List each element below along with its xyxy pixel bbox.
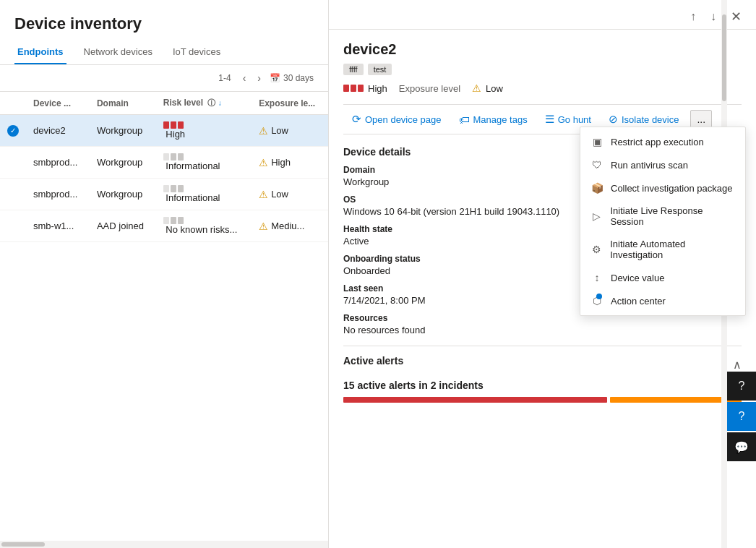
exposure-level-item: ⚠ Low [472, 82, 503, 94]
domain-cell: AAD joined [90, 210, 156, 242]
alert-bars [343, 397, 742, 403]
scrollbar-thumb [1, 542, 45, 547]
risk-indicator [163, 153, 244, 160]
risk-bar-1 [163, 185, 169, 192]
device-name-cell: smbprod... [26, 147, 90, 179]
action-center-dot [596, 294, 602, 299]
dropdown-item-device-value[interactable]: ↕ Device value [580, 266, 745, 289]
row-checkbox[interactable]: ✓ [0, 115, 26, 147]
warning-icon: ⚠ [259, 157, 268, 168]
active-alerts-label: Active alerts [343, 355, 403, 367]
tags-container: ffff test [343, 64, 742, 75]
risk-bar-2 [171, 153, 176, 160]
col-domain[interactable]: Domain [90, 92, 156, 115]
risk-level-indicator [343, 85, 364, 92]
risk-indicator [163, 121, 244, 129]
prev-page-button[interactable]: ‹ [240, 71, 249, 85]
tab-endpoints[interactable]: Endpoints [14, 40, 66, 64]
horizontal-scrollbar[interactable] [0, 541, 328, 548]
tab-iot-devices[interactable]: IoT devices [170, 40, 223, 64]
exposure-badge: ⚠ Low [259, 189, 321, 200]
exposure-cell: ⚠ High [252, 147, 328, 179]
help-button-2[interactable]: ? [727, 402, 756, 431]
table-row[interactable]: smbprod... Workgroup Informational ⚠ [0, 147, 328, 179]
panel-device-name: device2 [343, 41, 742, 58]
dropdown-item-action-center[interactable]: ⬡ Action center [580, 289, 745, 312]
device-name-cell: smbprod... [26, 179, 90, 210]
risk-cell: High [156, 115, 252, 147]
dropdown-menu: ▣ Restrict app execution 🛡 Run antivirus… [580, 127, 746, 316]
risk-bar-2 [351, 85, 356, 92]
collect-icon: 📦 [590, 182, 603, 194]
help-button-1[interactable]: ? [727, 372, 756, 401]
risk-indicator [163, 217, 244, 224]
auto-investigation-label: Initiate Automated Investigation [610, 239, 735, 260]
warning-icon: ⚠ [259, 221, 268, 232]
check-icon: ✓ [7, 125, 19, 137]
table-row[interactable]: ✓ device2 Workgroup High [0, 115, 328, 147]
tag-test[interactable]: test [368, 64, 392, 75]
row-checkbox[interactable] [0, 210, 26, 242]
right-panel: ↑ ↓ ✕ device2 ffff test High Exposure le… [329, 0, 756, 548]
chat-button[interactable]: 💬 [727, 432, 756, 461]
row-checkbox[interactable] [0, 147, 26, 179]
table-row[interactable]: smbprod... Workgroup Informational ⚠ [0, 179, 328, 210]
action-center-label: Action center [611, 296, 666, 307]
domain-cell: Workgroup [90, 147, 156, 179]
restrict-label: Restrict app execution [611, 137, 704, 147]
device-value-label: Device value [611, 273, 664, 283]
risk-bar-3 [178, 153, 184, 160]
warning-icon: ⚠ [259, 189, 268, 200]
date-filter-button[interactable]: 📅 30 days [270, 73, 314, 83]
isolate-icon: ⊘ [609, 113, 618, 126]
exposure-badge: ⚠ High [259, 157, 321, 168]
risk-bar-3 [178, 217, 184, 224]
col-exposure[interactable]: Exposure le... [252, 92, 328, 115]
page-info: 1-4 [218, 73, 231, 83]
panel-prev-button[interactable]: ↑ [686, 7, 700, 26]
row-checkbox[interactable] [0, 179, 26, 210]
panel-header: ↑ ↓ ✕ [329, 0, 756, 30]
date-filter-label: 30 days [283, 73, 314, 83]
tag-ffff[interactable]: ffff [343, 64, 364, 75]
device-table-container: Device ... Domain Risk level ⓘ ↓ Exposur… [0, 92, 328, 541]
resources-row: Resources No resources found [343, 313, 742, 335]
panel-close-button[interactable]: ✕ [726, 7, 746, 26]
antivirus-icon: 🛡 [590, 159, 603, 171]
next-page-button[interactable]: › [254, 71, 264, 85]
dropdown-item-antivirus[interactable]: 🛡 Run antivirus scan [580, 153, 745, 176]
tab-network-devices[interactable]: Network devices [81, 40, 155, 64]
dropdown-item-live-response[interactable]: ▷ Initiate Live Response Session [580, 200, 745, 233]
risk-info-icon: ⓘ [207, 98, 215, 107]
scrollbar-thumb [722, 14, 726, 101]
risk-bar-2 [171, 185, 176, 192]
risk-bar-3 [178, 185, 184, 192]
auto-investigation-icon: ⚙ [590, 244, 603, 255]
risk-bar-1 [163, 217, 169, 224]
alerts-section-header: Active alerts ∧ [343, 355, 742, 374]
manage-tags-button[interactable]: 🏷 Manage tags [450, 110, 536, 129]
open-device-button[interactable]: ⟳ Open device page [343, 109, 450, 129]
exposure-badge: ⚠ Low [259, 125, 321, 137]
risk-indicator [163, 185, 244, 192]
risk-cell: Informational [156, 179, 252, 210]
panel-next-button[interactable]: ↓ [706, 7, 721, 26]
collect-label: Collect investigation package [611, 183, 732, 194]
table-row[interactable]: smb-w1... AAD joined No known risks... ⚠ [0, 210, 328, 242]
col-risk[interactable]: Risk level ⓘ ↓ [156, 92, 252, 115]
col-device[interactable]: Device ... [26, 92, 90, 115]
risk-bar-2 [171, 217, 176, 224]
collapse-alerts-button[interactable]: ∧ [733, 358, 742, 372]
risk-level-value: High [368, 83, 387, 94]
exposure-cell: ⚠ Low [252, 179, 328, 210]
alerts-count: 15 active alerts in 2 incidents [343, 380, 742, 391]
dropdown-item-restrict[interactable]: ▣ Restrict app execution [580, 130, 745, 153]
exposure-level-value: Low [486, 83, 503, 94]
table-header-row: Device ... Domain Risk level ⓘ ↓ Exposur… [0, 92, 328, 115]
device-table: Device ... Domain Risk level ⓘ ↓ Exposur… [0, 92, 328, 242]
dropdown-item-collect[interactable]: 📦 Collect investigation package [580, 176, 745, 200]
dropdown-item-auto-investigation[interactable]: ⚙ Initiate Automated Investigation [580, 233, 745, 266]
risk-bar-2 [171, 121, 176, 129]
risk-bar-1 [343, 85, 349, 92]
go-hunt-label: Go hunt [558, 114, 591, 125]
